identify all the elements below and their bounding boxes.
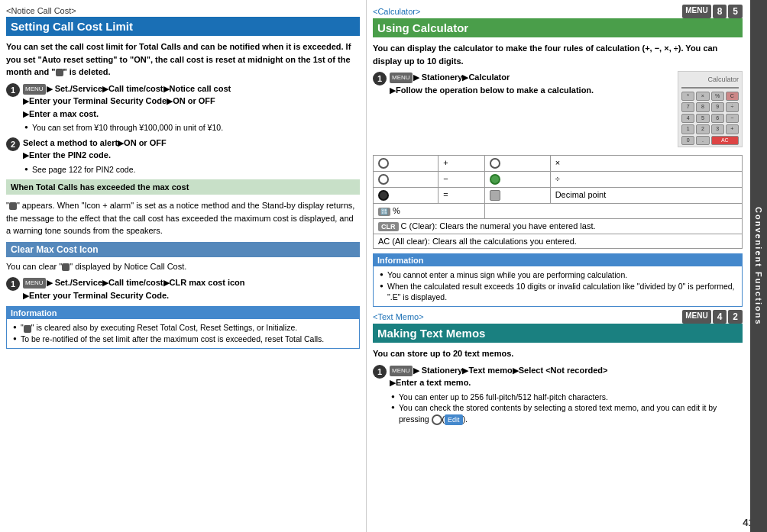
calc-key: 1	[681, 124, 694, 134]
bullet-item: You can check the stored contents by sel…	[391, 402, 743, 425]
menu-icon-2: MENU	[23, 278, 46, 289]
bullet-item: "" is cleared also by executing Reset To…	[13, 322, 354, 334]
calc-info-content: You cannot enter a minus sign while you …	[378, 269, 737, 303]
calc-key: −	[726, 114, 739, 124]
notice-tag: <Notice Call Cost>	[6, 6, 360, 15]
step-1-content: MENU▶ Set./Service▶Call time/cost▶Notice…	[23, 82, 360, 134]
calc-key: 5	[696, 114, 709, 124]
calc-key: %	[711, 92, 724, 102]
bullet-item: You cannot enter a minus sign while you …	[380, 269, 737, 281]
bullet-item: When the calculated result exceeds 10 di…	[380, 281, 737, 303]
step-3: 1 MENU▶ Set./Service▶Call time/cost▶CLR …	[6, 276, 360, 301]
calc-key: ÷	[726, 102, 739, 112]
step-number-2: 2	[6, 137, 20, 151]
memo-step-1: 1 MENU▶ Stationery▶Text memo▶Select <Not…	[373, 364, 743, 426]
badge-8: 8	[713, 5, 727, 18]
circle-button	[378, 174, 389, 185]
calc-badges: MENU 8 5	[682, 5, 743, 18]
bullet-item: You can enter up to 256 full-pitch/512 h…	[391, 392, 743, 403]
bullet-item: To be re-notified of the set limit after…	[13, 334, 354, 345]
highlight-box: When Total Calls has exceeded the max co…	[6, 179, 360, 195]
memo-bullets: You can enter up to 256 full-pitch/512 h…	[390, 392, 743, 426]
table-row: + ×	[374, 156, 743, 172]
circle-button-green	[490, 174, 500, 185]
calc-step-1: 1 Calculator * × % C 7 8 9 ÷ 4	[373, 71, 743, 150]
memo-tag: <Text Memo>	[373, 312, 424, 321]
table-row: AC (All clear): Clears all the calculati…	[374, 234, 743, 248]
circle-button-edit	[432, 414, 442, 425]
calc-key: *	[681, 92, 694, 102]
badge-4: 4	[713, 310, 727, 324]
memo-badges: MENU 4 2	[682, 310, 743, 324]
calc-key: 2	[696, 124, 709, 134]
calc-key: 0	[681, 136, 694, 146]
right-panel: <Calculator> MENU 8 5 Using Calculator Y…	[367, 0, 767, 532]
menu-badge: MENU	[682, 5, 710, 18]
memo-step-1-content: MENU▶ Stationery▶Text memo▶Select <Not r…	[390, 364, 743, 426]
calc-tag: <Calculator>	[373, 7, 420, 16]
menu-badge-memo: MENU	[682, 310, 710, 324]
step-2-bullets: See page 122 for PIN2 code.	[23, 164, 360, 176]
step-3-content: MENU▶ Set./Service▶Call time/cost▶CLR ma…	[23, 276, 360, 301]
calc-step-number-1: 1	[373, 72, 387, 85]
notice-title: Setting Call Cost Limit	[6, 17, 360, 36]
circle-button-black	[378, 190, 389, 201]
badge-5: 5	[728, 5, 743, 18]
badge-2: 2	[728, 310, 743, 324]
calc-info-box: Information You cannot enter a minus sig…	[373, 253, 743, 307]
calc-key: 9	[711, 102, 724, 112]
clear-intro: You can clear "" displayed by Notice Cal…	[6, 260, 360, 273]
menu-icon-calc: MENU	[390, 73, 413, 83]
circle-button	[490, 158, 500, 169]
highlight-text: "" appears. When "Icon + alarm" is set a…	[6, 199, 360, 237]
calc-key: 6	[711, 114, 724, 124]
table-row: 🔠 %	[374, 204, 743, 219]
calc-operations-table: + × − ÷ = Decimal point 🔠 % CLR C	[373, 155, 743, 249]
clr-button: CLR	[378, 222, 399, 231]
calc-key: C	[726, 92, 739, 102]
left-info-box: Information "" is cleared also by execut…	[6, 306, 360, 348]
memo-tag-row: <Text Memo> MENU 4 2	[373, 311, 743, 324]
left-panel: <Notice Call Cost> Setting Call Cost Lim…	[0, 0, 367, 532]
menu-icon-memo: MENU	[390, 366, 413, 376]
menu-icon: MENU	[23, 84, 46, 95]
memo-title: Making Text Memos	[373, 324, 743, 343]
calc-tag-row: <Calculator> MENU 8 5	[373, 6, 743, 18]
left-info-content: "" is cleared also by executing Reset To…	[11, 322, 354, 344]
clear-header: Clear Max Cost Icon	[6, 242, 360, 257]
step-number-3: 1	[6, 277, 20, 291]
step-1: 1 MENU▶ Set./Service▶Call time/cost▶Noti…	[6, 82, 360, 134]
mail-button	[490, 190, 500, 201]
memo-intro: You can store up to 20 text memos.	[373, 347, 743, 360]
calc-key: .	[696, 136, 709, 146]
left-info-header: Information	[7, 307, 359, 319]
calc-key: 3	[711, 124, 724, 134]
right-content: <Calculator> MENU 8 5 Using Calculator Y…	[373, 6, 761, 425]
table-row: − ÷	[374, 172, 743, 188]
calc-info-header: Information	[374, 254, 742, 266]
calc-key: ×	[696, 92, 709, 102]
table-row: = Decimal point	[374, 188, 743, 204]
calc-step-1-content: Calculator * × % C 7 8 9 ÷ 4 5 6 −	[390, 71, 743, 150]
calc-key: 7	[681, 102, 694, 112]
calc-key: 8	[696, 102, 709, 112]
bullet-item: You can set from ¥10 through ¥100,000 in…	[24, 122, 360, 134]
step-2: 2 Select a method to alert▶ON or OFF ▶En…	[6, 137, 360, 176]
bullet-item: See page 122 for PIN2 code.	[24, 164, 360, 176]
calc-ac-key: AC	[711, 136, 739, 146]
step-2-content: Select a method to alert▶ON or OFF ▶Ente…	[23, 137, 360, 176]
edit-button: Edit	[445, 414, 463, 426]
calc-key: +	[726, 124, 739, 134]
step-1-bullets: You can set from ¥10 through ¥100,000 in…	[23, 122, 360, 134]
notice-intro: You can set the call cost limit for Tota…	[6, 40, 360, 79]
memo-step-number-1: 1	[373, 365, 387, 379]
special-button: 🔠	[378, 208, 390, 216]
calc-intro: You can display the calculator to make t…	[373, 42, 743, 67]
step-number-1: 1	[6, 83, 20, 97]
calc-key: 4	[681, 114, 694, 124]
table-row: CLR C (Clear): Clears the numeral you ha…	[374, 218, 743, 234]
vertical-label: Convenient Functions	[750, 0, 767, 532]
calc-title: Using Calculator	[373, 18, 743, 37]
circle-button	[378, 158, 389, 169]
calculator-image: Calculator * × % C 7 8 9 ÷ 4 5 6 −	[678, 71, 743, 147]
